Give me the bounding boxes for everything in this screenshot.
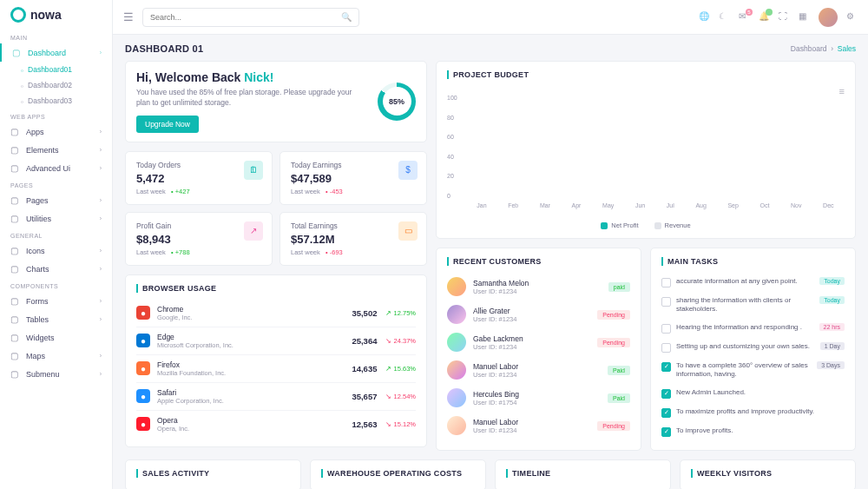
bell-badge [766, 9, 773, 16]
task-checkbox[interactable]: ✓ [661, 427, 671, 437]
stat-value: $57.12M [291, 233, 416, 246]
task-checkbox[interactable] [661, 343, 671, 353]
browser-vendor: Apple Corporation, Inc. [157, 397, 352, 405]
nav-item-charts[interactable]: ▢Charts› [0, 260, 112, 278]
main-area: ☰ 🔍 🌐 ☾ ✉5 🔔 ⛶ ▦ ⚙ DASHBOARD 01 Dashboar… [113, 0, 868, 489]
task-checkbox[interactable] [661, 324, 671, 334]
nav-item-utilities[interactable]: ▢Utilities› [0, 209, 112, 228]
hamburger-icon[interactable]: ☰ [123, 10, 134, 23]
search-icon[interactable]: 🔍 [341, 12, 352, 22]
browser-value: 25,364 [352, 336, 377, 346]
task-row: ✓ To improve profits. [661, 422, 845, 441]
topbar: ☰ 🔍 🌐 ☾ ✉5 🔔 ⛶ ▦ ⚙ [113, 0, 868, 35]
task-text: To improve profits. [676, 426, 845, 435]
task-tag: 22 hrs [819, 323, 845, 331]
browser-usage-card: BROWSER USAGE ● ChromeGoogle, Inc. 35,50… [125, 274, 427, 447]
nav-icon: ▢ [10, 314, 20, 324]
sub-item-dashboard02[interactable]: Dashboard02 [0, 77, 112, 93]
mail-icon[interactable]: ✉5 [739, 11, 750, 23]
task-checkbox[interactable] [661, 278, 671, 287]
upgrade-button[interactable]: Upgrade Now [136, 116, 199, 133]
nav-item-icons[interactable]: ▢Icons› [0, 241, 112, 260]
task-checkbox[interactable]: ✓ [661, 389, 671, 399]
stat-delta: Last week • +788 [136, 248, 261, 256]
fullscreen-icon[interactable]: ⛶ [779, 11, 790, 23]
customer-name: Allie Grater [473, 307, 597, 315]
stat-label: Total Earnings [291, 221, 416, 230]
crumb-root[interactable]: Dashboard [791, 44, 827, 53]
main-tasks-card: MAIN TASKS accurate information at any g… [650, 248, 856, 451]
nav-item-elements[interactable]: ▢Elements› [0, 141, 112, 159]
crumb-leaf[interactable]: Sales [838, 44, 856, 53]
footer-card: SALES ACTIVITY [125, 459, 301, 489]
footer-card: WAREHOUSE OPERATING COSTS [310, 459, 486, 489]
legend-item[interactable]: Revenue [654, 221, 691, 229]
footer-title: WEEKLY VISITORS [691, 469, 845, 478]
nav-section-title: WEB APPS [0, 109, 112, 122]
moon-icon[interactable]: ☾ [719, 11, 730, 23]
customer-id: User ID: #1754 [473, 399, 608, 406]
footer-title: TIMELINE [506, 469, 660, 478]
task-checkbox[interactable]: ✓ [661, 362, 671, 372]
task-row: sharing the information with clients or … [661, 292, 845, 319]
nav-item-pages[interactable]: ▢Pages› [0, 191, 112, 209]
search-box[interactable]: 🔍 [142, 8, 359, 27]
footer-title: WAREHOUSE OPERATING COSTS [321, 469, 475, 478]
storage-progress-value: 85% [383, 87, 411, 116]
task-checkbox[interactable]: ✓ [661, 408, 671, 418]
legend-label: Revenue [665, 221, 691, 229]
page-title: DASHBOARD 01 [125, 43, 203, 54]
sub-item-dashboard03[interactable]: Dashboard03 [0, 93, 112, 109]
customer-avatar [447, 277, 466, 296]
status-badge: paid [608, 282, 630, 292]
stat-label: Profit Gain [136, 221, 261, 230]
browser-icon: ● [136, 389, 150, 403]
legend-item[interactable]: Net Profit [601, 221, 638, 229]
nav-icon: ▢ [10, 145, 20, 155]
customer-row: Hercules BingUser ID: #1754 Paid [447, 384, 630, 412]
nav-item-submenu[interactable]: ▢Submenu› [0, 365, 112, 383]
welcome-heading: Hi, Welcome Back Nick! [136, 70, 365, 84]
bell-icon[interactable]: 🔔 [759, 11, 770, 23]
search-input[interactable] [150, 13, 341, 22]
customer-name: Manuel Labor [473, 418, 597, 426]
brand-logo[interactable]: nowa [0, 0, 112, 30]
stat-card-today-earnings: Today Earnings $47,589 Last week • -453 … [279, 151, 427, 205]
browser-value: 35,657 [352, 392, 377, 401]
nav-item-dashboard[interactable]: ▢Dashboard› [0, 43, 112, 62]
customer-avatar [447, 388, 466, 407]
sidebar: nowa MAIN▢Dashboard›Dashboard01Dashboard… [0, 0, 113, 489]
browser-trend: ↗ 15.63% [385, 365, 416, 373]
nav-item-maps[interactable]: ▢Maps› [0, 347, 112, 365]
user-avatar[interactable] [819, 8, 838, 27]
customer-id: User ID: #1234 [473, 343, 597, 351]
globe-icon[interactable]: 🌐 [699, 11, 710, 23]
status-badge: Pending [597, 338, 630, 347]
grid-icon[interactable]: ▦ [799, 11, 810, 23]
nav-item-widgets[interactable]: ▢Widgets [0, 328, 112, 347]
chart-title: PROJECT BUDGET [447, 70, 845, 79]
task-row: ✓ New Admin Launched. [661, 384, 845, 403]
customer-row: Manuel LaborUser ID: #1234 Pending [447, 412, 630, 439]
browser-name: Chrome [157, 305, 352, 314]
settings-icon[interactable]: ⚙ [846, 11, 858, 23]
browser-value: 35,502 [352, 308, 377, 318]
customer-name: Hercules Bing [473, 390, 608, 399]
legend-swatch [601, 222, 608, 229]
task-row: ✓ To have a complete 360° overview of sa… [661, 357, 845, 384]
stat-icon: 🗓 [244, 161, 263, 180]
browser-trend: ↘ 24.37% [385, 337, 416, 345]
task-row: Hearing the information and responding .… [661, 319, 845, 338]
nav-section-title: COMPONENTS [0, 278, 112, 292]
task-checkbox[interactable] [661, 297, 671, 307]
nav-item-advanced-ui[interactable]: ▢Advanced Ui› [0, 159, 112, 177]
nav-item-apps[interactable]: ▢Apps› [0, 122, 112, 141]
browser-vendor: Mozilla Foundation, Inc. [157, 369, 352, 377]
nav-item-forms[interactable]: ▢Forms› [0, 292, 112, 310]
nav-label: Tables [26, 315, 94, 324]
sub-item-dashboard01[interactable]: Dashboard01 [0, 62, 112, 77]
recent-customers-card: RECENT CUSTOMERS Samantha MelonUser ID: … [436, 248, 641, 451]
nav-item-tables[interactable]: ▢Tables› [0, 310, 112, 328]
stat-card-profit-gain: Profit Gain $8,943 Last week • +788 ↗ [125, 212, 273, 266]
nav-label: Widgets [26, 334, 102, 342]
